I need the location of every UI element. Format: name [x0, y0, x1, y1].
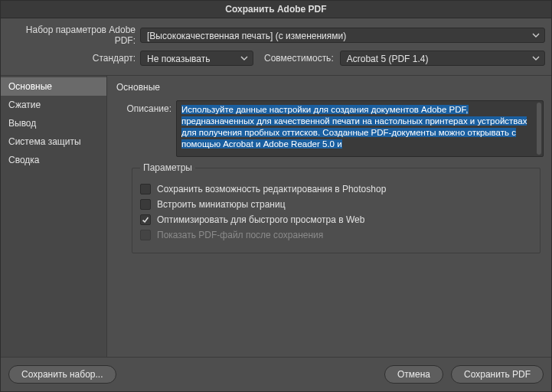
checkbox-label: Сохранить возможность редактирования в P…	[157, 184, 386, 194]
checkbox-label: Встроить миниатюры страниц	[157, 199, 286, 210]
checkbox-row[interactable]: Оптимизировать для быстрого просмотра в …	[140, 214, 532, 225]
sidebar-item[interactable]: Вывод	[1, 114, 106, 132]
save-pdf-dialog: Сохранить Adobe PDF Набор параметров Ado…	[0, 0, 552, 392]
sidebar: ОсновныеСжатиеВыводСистема защитыСводка	[1, 76, 107, 357]
scrollbar[interactable]	[537, 103, 541, 155]
description-text: Используйте данные настройки для создани…	[181, 105, 527, 149]
dialog-title: Сохранить Adobe PDF	[1, 1, 551, 18]
checkbox-icon[interactable]	[140, 214, 151, 225]
chevron-down-icon	[532, 54, 540, 62]
sidebar-item[interactable]: Система защиты	[1, 132, 106, 151]
description-label: Описание:	[116, 100, 176, 114]
checkbox-icon	[140, 230, 151, 240]
save-pdf-button[interactable]: Сохранить PDF	[451, 365, 544, 384]
checkbox-row[interactable]: Сохранить возможность редактирования в P…	[140, 184, 532, 194]
standard-label: Стандарт:	[7, 53, 140, 64]
description-textarea[interactable]: Используйте данные настройки для создани…	[176, 100, 544, 157]
checkbox-label: Показать PDF-файл после сохранения	[157, 230, 323, 240]
standard-dropdown[interactable]: Не показывать	[140, 51, 253, 66]
top-controls: Набор параметров Adobe PDF: [Высококачес…	[1, 18, 551, 76]
preset-value: [Высококачественная печать] (с изменения…	[147, 31, 346, 41]
chevron-down-icon	[532, 31, 540, 39]
parameters-fieldset: Параметры Сохранить возможность редактир…	[132, 168, 541, 253]
checkbox-row[interactable]: Встроить миниатюры страниц	[140, 199, 532, 210]
parameters-legend: Параметры	[140, 162, 195, 173]
checkbox-icon[interactable]	[140, 199, 151, 210]
main-title: Основные	[116, 82, 544, 93]
footer: Сохранить набор... Отмена Сохранить PDF	[1, 357, 551, 391]
cancel-button[interactable]: Отмена	[384, 365, 443, 384]
sidebar-item[interactable]: Сжатие	[1, 96, 106, 114]
checkbox-row: Показать PDF-файл после сохранения	[140, 230, 532, 240]
checkbox-icon[interactable]	[140, 184, 151, 194]
checkbox-label: Оптимизировать для быстрого просмотра в …	[157, 214, 364, 225]
preset-label: Набор параметров Adobe PDF:	[7, 24, 140, 46]
chevron-down-icon	[240, 54, 248, 62]
main-panel: Основные Описание: Используйте данные на…	[107, 76, 551, 357]
sidebar-item[interactable]: Основные	[1, 77, 106, 96]
compat-dropdown[interactable]: Acrobat 5 (PDF 1.4)	[340, 51, 545, 66]
compat-label: Совместимость:	[264, 53, 334, 64]
compat-value: Acrobat 5 (PDF 1.4)	[347, 54, 429, 64]
standard-value: Не показывать	[147, 54, 210, 64]
preset-dropdown[interactable]: [Высококачественная печать] (с изменения…	[140, 28, 545, 43]
save-preset-button[interactable]: Сохранить набор...	[8, 365, 116, 384]
sidebar-item[interactable]: Сводка	[1, 151, 106, 169]
